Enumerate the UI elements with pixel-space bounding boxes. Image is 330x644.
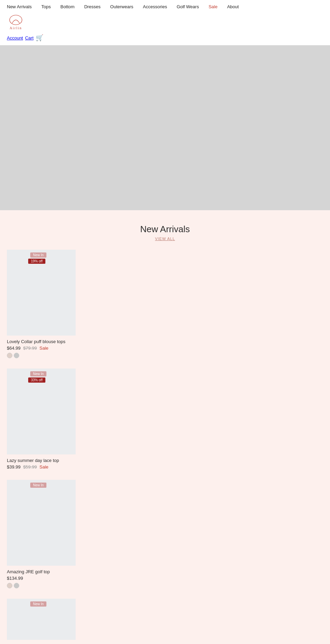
product-price-1: $64.99 $79.99 Sale xyxy=(7,346,323,351)
cart-link[interactable]: Cart xyxy=(25,35,34,41)
color-swatches-3 xyxy=(7,583,323,588)
swatch[interactable] xyxy=(7,353,12,358)
hero-banner xyxy=(0,45,330,210)
header: New Arrivals Tops Bottom Dresses Outerwe… xyxy=(0,0,330,45)
badge-discount-2: 33% off xyxy=(28,377,45,383)
badge-new-in-1: New In xyxy=(30,252,46,258)
swatch[interactable] xyxy=(14,353,19,358)
view-all-link[interactable]: VIEW ALL xyxy=(7,237,323,241)
color-swatches-1 xyxy=(7,353,323,358)
nav-new-arrivals[interactable]: New Arrivals xyxy=(7,4,32,9)
nav-accessories[interactable]: Accessories xyxy=(143,4,167,9)
product-price-2: $39.99 $59.99 Sale xyxy=(7,464,323,470)
product-image-2[interactable]: New In 33% off xyxy=(7,369,76,454)
nav-tops[interactable]: Tops xyxy=(41,4,51,9)
product-image-3[interactable]: New In xyxy=(7,480,76,566)
swatch[interactable] xyxy=(14,583,19,588)
cart-icon: 🛒 xyxy=(36,34,43,42)
nav-sale[interactable]: Sale xyxy=(209,4,218,9)
product-image-4[interactable]: New In xyxy=(7,599,76,640)
new-arrivals-section: New Arrivals VIEW ALL New In 19% off Lov… xyxy=(0,210,330,644)
product-card: New In 19% off Lovely Collar puff blouse… xyxy=(7,250,323,358)
nav-dresses[interactable]: Dresses xyxy=(84,4,101,9)
badge-new-in-3: New In xyxy=(30,483,46,488)
logo-text: Airlin xyxy=(10,26,22,30)
product-card: New In Amazing JRE golf top $134.99 xyxy=(7,480,323,588)
nav-golf-wears[interactable]: Golf Wears xyxy=(177,4,199,9)
swatch[interactable] xyxy=(7,583,12,588)
nav-about[interactable]: About xyxy=(227,4,239,9)
badge-new-in-2: New In xyxy=(30,371,46,376)
product-name-1: Lovely Collar puff blouse tops xyxy=(7,339,323,344)
badge-new-in-4: New In xyxy=(30,601,46,607)
product-image-1[interactable]: New In 19% off xyxy=(7,250,76,336)
product-price-3: $134.99 xyxy=(7,576,323,581)
product-name-2: Lazy summer day lace top xyxy=(7,458,323,463)
account-link[interactable]: Account xyxy=(7,35,23,41)
product-card: New In 33% off Lazy summer day lace top … xyxy=(7,369,323,470)
main-nav: New Arrivals Tops Bottom Dresses Outerwe… xyxy=(7,0,323,11)
product-name-3: Amazing JRE golf top xyxy=(7,569,323,574)
account-row: Account Cart 🛒 xyxy=(7,32,323,45)
nav-bottom[interactable]: Bottom xyxy=(60,4,75,9)
section-title: New Arrivals xyxy=(7,224,323,235)
badge-discount-1: 19% off xyxy=(28,259,45,264)
logo-row: Airlin xyxy=(7,11,323,32)
nav-outerwears[interactable]: Outerwears xyxy=(110,4,133,9)
logo[interactable]: Airlin xyxy=(7,13,25,31)
product-card: New In xyxy=(7,599,323,640)
